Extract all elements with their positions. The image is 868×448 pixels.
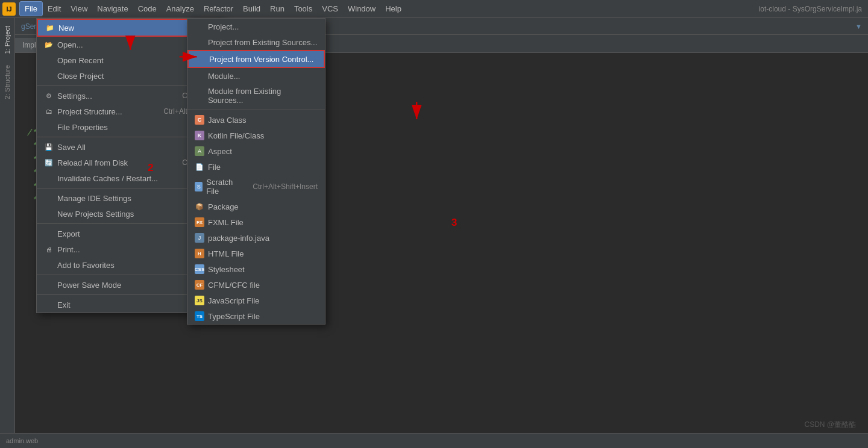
menu-item-open-recent-label: Open Recent [57, 56, 104, 65]
reload-icon: 🔄 [44, 158, 54, 167]
new-submenu-package-info[interactable]: J package-info.java [187, 230, 325, 246]
project-icon [195, 22, 204, 31]
aspect-icon: A [195, 146, 204, 156]
module-icon [195, 71, 204, 81]
new-submenu-typescript-label: TypeScript File [208, 312, 260, 321]
java-class-icon: C [195, 115, 204, 125]
new-submenu-project-label: Project... [208, 22, 239, 31]
new-submenu-project-vcs[interactable]: Project from Version Control... [187, 50, 325, 68]
new-submenu-javascript-label: JavaScript File [208, 296, 259, 305]
new-submenu-stylesheet-label: Stylesheet [208, 265, 245, 274]
close-project-icon [44, 71, 54, 81]
menu-item-exit-label: Exit [57, 300, 71, 310]
project-existing-icon [195, 37, 204, 47]
save-all-icon: 💾 [44, 142, 54, 152]
new-submenu-file[interactable]: 📄 File [187, 159, 325, 175]
package-icon: 📦 [195, 202, 204, 211]
new-submenu-file-label: File [208, 163, 221, 172]
new-submenu-module-label: Module... [208, 72, 240, 81]
open-recent-icon [44, 55, 54, 65]
menu-item-project-structure-label: Project Structure... [57, 107, 122, 116]
menu-item-settings-label: Settings... [57, 92, 92, 101]
menu-build[interactable]: Build [238, 2, 265, 16]
cfml-icon: CF [195, 280, 204, 290]
file-properties-icon [44, 122, 54, 132]
fxml-icon: FX [195, 217, 204, 227]
breadcrumb-action: ▼ [855, 23, 862, 30]
left-sidebar: 1: Project 2: Structure [0, 18, 15, 448]
new-submenu[interactable]: Project... Project from Existing Sources… [187, 18, 326, 325]
bottom-bar: admin.web [0, 433, 868, 448]
new-submenu-project-existing-label: Project from Existing Sources... [208, 38, 317, 47]
new-submenu-html-label: HTML File [208, 249, 244, 258]
kotlin-icon: K [195, 131, 204, 140]
new-submenu-project[interactable]: Project... [187, 19, 325, 34]
watermark: CSDN @董酷酷 [804, 420, 856, 430]
new-submenu-cfml[interactable]: CF CFML/CFC file [187, 277, 325, 293]
invalidate-icon [44, 173, 54, 183]
new-icon: 📁 [45, 23, 55, 33]
new-submenu-java-class-label: Java Class [208, 116, 247, 125]
css-icon: CSS [195, 264, 204, 274]
new-submenu-fxml-label: FXML File [208, 218, 244, 227]
menu-item-file-properties-label: File Properties [57, 123, 108, 132]
menu-item-export-label: Export [57, 229, 80, 238]
scratch-shortcut: Ctrl+Alt+Shift+Insert [253, 182, 318, 191]
new-submenu-scratch[interactable]: S Scratch File Ctrl+Alt+Shift+Insert [187, 175, 325, 199]
add-favorites-icon [44, 260, 54, 270]
menu-edit[interactable]: Edit [43, 2, 66, 16]
menu-tools[interactable]: Tools [289, 2, 317, 16]
scratch-icon: S [195, 182, 203, 191]
menu-item-manage-ide-label: Manage IDE Settings [57, 194, 131, 203]
menu-help[interactable]: Help [380, 2, 406, 16]
menu-run[interactable]: Run [265, 2, 289, 16]
package-info-icon: J [195, 233, 204, 243]
menu-item-reload-label: Reload All from Disk [57, 158, 128, 167]
menu-file[interactable]: File [19, 1, 43, 16]
menu-item-close-project-label: Close Project [57, 72, 104, 81]
new-submenu-stylesheet[interactable]: CSS Stylesheet [187, 261, 325, 277]
menu-item-new-label: New [58, 23, 74, 33]
new-submenu-cfml-label: CFML/CFC file [208, 281, 260, 290]
new-submenu-divider [187, 110, 325, 110]
settings-icon: ⚙ [44, 91, 54, 101]
new-submenu-module-existing[interactable]: Module from Existing Sources... [187, 84, 325, 108]
menu-window[interactable]: Window [343, 2, 380, 16]
new-submenu-java-class[interactable]: C Java Class [187, 112, 325, 128]
new-submenu-aspect-label: Aspect [208, 147, 232, 156]
power-save-icon [44, 280, 54, 290]
new-submenu-fxml[interactable]: FX FXML File [187, 214, 325, 230]
menu-refactor[interactable]: Refactor [199, 2, 238, 16]
new-submenu-kotlin[interactable]: K Kotlin File/Class [187, 128, 325, 143]
menu-code[interactable]: Code [133, 2, 162, 16]
new-submenu-module[interactable]: Module... [187, 68, 325, 84]
new-submenu-javascript[interactable]: JS JavaScript File [187, 293, 325, 308]
ts-icon: TS [195, 311, 204, 321]
sidebar-tab-structure[interactable]: 2: Structure [2, 60, 13, 104]
menu-item-invalidate-label: Invalidate Caches / Restart... [57, 174, 158, 183]
project-vcs-icon [196, 54, 206, 64]
bottom-bar-item: admin.web [6, 437, 38, 444]
menu-view[interactable]: View [66, 2, 92, 16]
new-submenu-package[interactable]: 📦 Package [187, 199, 325, 214]
menu-bar: IJ File Edit View Navigate Code Analyze … [0, 0, 868, 18]
new-submenu-typescript[interactable]: TS TypeScript File [187, 308, 325, 324]
project-structure-icon: 🗂 [44, 107, 54, 116]
new-submenu-aspect[interactable]: A Aspect [187, 143, 325, 159]
new-submenu-kotlin-label: Kotlin File/Class [208, 131, 264, 140]
menu-navigate[interactable]: Navigate [92, 2, 133, 16]
new-submenu-module-existing-label: Module from Existing Sources... [208, 87, 318, 105]
app-logo: IJ [2, 2, 16, 16]
menu-item-print-label: Print... [57, 245, 80, 254]
menu-item-power-save-label: Power Save Mode [57, 281, 121, 290]
new-submenu-project-existing[interactable]: Project from Existing Sources... [187, 34, 325, 50]
sidebar-tab-project[interactable]: 1: Project [2, 21, 13, 58]
window-title: iot-cloud - SysOrgServiceImpl.ja [759, 0, 868, 18]
manage-ide-icon [44, 193, 54, 203]
new-submenu-html[interactable]: H HTML File [187, 246, 325, 261]
menu-analyze[interactable]: Analyze [162, 2, 199, 16]
menu-item-add-favorites-label: Add to Favorites [57, 261, 115, 270]
new-submenu-package-info-label: package-info.java [208, 234, 269, 243]
menu-vcs[interactable]: VCS [317, 2, 343, 16]
menu-item-open-label: Open... [57, 40, 83, 49]
